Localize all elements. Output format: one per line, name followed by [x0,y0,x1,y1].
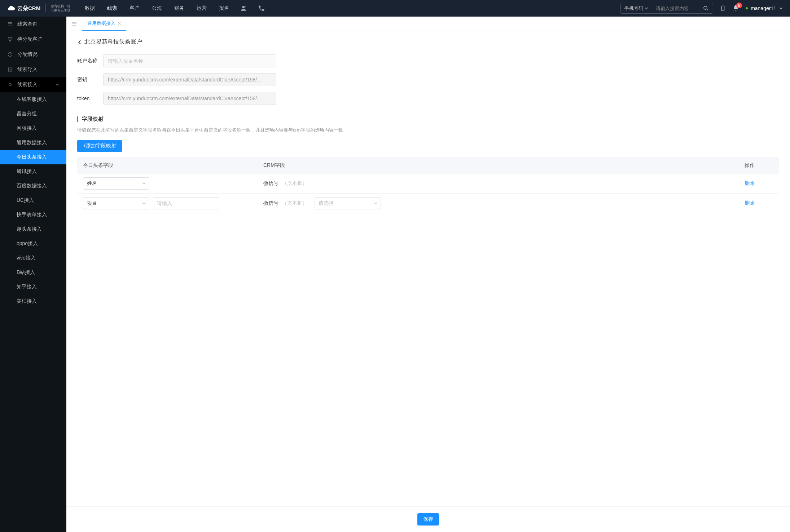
menu-icon [7,36,13,42]
menu-icon [7,21,13,27]
sidebar-subitem[interactable]: vivo接入 [0,251,66,265]
menu-icon [7,52,13,57]
top-header: 云朵CRM 教育机构一站 式服务云平台 数据线索客户公海财务运营报名 手机号码 [0,0,790,17]
tabs-bar: 通用数据接入 ✕ [66,17,790,31]
nav-item[interactable]: 运营 [197,5,207,12]
sidebar-subitem[interactable]: 美柚接入 [0,294,66,309]
tab-close-button[interactable]: ✕ [118,21,121,26]
sidebar-item-2[interactable]: 分配情况 [0,47,66,62]
nav-item[interactable]: 公海 [152,5,162,12]
nav-item[interactable]: 财务 [174,5,184,12]
chevron-down-icon [779,6,783,10]
mobile-icon[interactable] [720,5,726,12]
chevron-down-icon [373,201,378,205]
sidebar-subitem[interactable]: UC接入 [0,193,66,208]
nav-item[interactable]: 线索 [107,5,117,12]
svg-rect-4 [8,22,12,26]
logo[interactable]: 云朵CRM 教育机构一站 式服务云平台 [7,4,70,12]
delete-row-link[interactable]: 删除 [745,200,755,206]
search-box: 手机号码 [620,3,713,14]
sidebar-subitem[interactable]: 在线客服接入 [0,92,66,107]
logo-subtitle: 教育机构一站 式服务云平台 [51,4,70,12]
username: manager11 [751,5,776,11]
sidebar-subitem[interactable]: 百度数据接入 [0,179,66,193]
section-hint: 请确保您在此填写的头条自定义字段名称与在今日头条平台中自定义的字段名称一致，并且… [77,127,779,133]
chevron-left-icon [77,40,82,45]
user-add-icon[interactable] [240,5,247,12]
token-label: token [77,96,103,101]
menu-icon [7,67,13,72]
save-button[interactable]: 保存 [417,513,439,526]
delete-row-link[interactable]: 删除 [745,180,755,186]
account-name-label: 账户名称 [77,58,103,64]
sidebar-subitem[interactable]: 留言分组 [0,107,66,121]
sidebar-item-4[interactable]: 线索接入 [0,77,66,92]
logo-text: 云朵CRM [17,5,40,12]
svg-point-1 [704,6,707,9]
svg-point-3 [723,10,723,10]
sidebar-subitem[interactable]: 腾讯接入 [0,164,66,179]
menu-icon [72,21,77,26]
sidebar-subitem[interactable]: 快手表单接入 [0,208,66,222]
breadcrumb-back[interactable]: 北京昱新科技头条账户 [77,38,779,46]
sidebar-item-3[interactable]: 线索导入 [0,62,66,77]
search-type-select[interactable]: 手机号码 [621,3,652,13]
sidebar-subitem[interactable]: 趣头条接入 [0,222,66,236]
nav-item[interactable]: 客户 [130,5,140,12]
crm-field-select[interactable]: 请选择 [315,197,381,209]
logo-divider [45,4,46,12]
sidebar: 线索查询待分配客户分配情况线索导入线索接入在线客服接入留言分组网校接入通用数据接… [0,17,66,532]
table-row: 项目微信号（文本框）请选择删除 [77,194,779,213]
menu-icon [7,82,13,88]
crm-field-label: 微信号 [263,180,278,187]
sidebar-subitem[interactable]: B站接入 [0,265,66,280]
chevron-up-icon [56,83,59,87]
top-nav: 数据线索客户公海财务运营报名 [85,5,229,12]
search-input[interactable] [652,6,699,11]
chevron-down-icon [142,201,146,205]
account-name-input[interactable] [103,54,276,67]
table-row: 姓名微信号（文本框）删除 [77,174,779,194]
toutiao-field-select[interactable]: 姓名 [83,177,149,190]
sidebar-item-1[interactable]: 待分配客户 [0,32,66,47]
chevron-down-icon [645,6,648,10]
sidebar-item-0[interactable]: 线索查询 [0,17,66,32]
search-icon [703,5,709,12]
sidebar-subitem[interactable]: oppo接入 [0,236,66,251]
footer: 保存 [66,506,790,532]
search-button[interactable] [699,3,713,13]
user-menu[interactable]: manager11 [746,5,783,11]
nav-item[interactable]: 报名 [219,5,229,12]
th-action: 操作 [745,162,773,169]
collapse-sidebar-button[interactable] [69,19,79,29]
phone-icon[interactable] [258,5,265,12]
th-toutiao: 今日头条字段 [83,162,263,169]
token-input[interactable] [103,92,276,105]
field-mapping-table: 今日头条字段 CRM字段 操作 姓名微信号（文本框）删除项目微信号（文本框）请选… [77,157,779,213]
table-header: 今日头条字段 CRM字段 操作 [77,157,779,174]
sidebar-subitem[interactable]: 网校接入 [0,121,66,136]
header-right: 手机号码 5 manager11 [620,3,783,14]
crm-field-label: 微信号 [263,200,278,207]
toutiao-extra-input[interactable] [153,197,219,209]
tab-active[interactable]: 通用数据接入 ✕ [82,17,126,31]
crm-field-hint: （文本框） [282,200,307,207]
sidebar-subitem[interactable]: 知乎接入 [0,280,66,294]
chevron-down-icon [142,181,146,186]
notification-bell[interactable]: 5 [733,5,739,12]
status-dot [746,7,748,9]
toutiao-field-select[interactable]: 项目 [83,197,149,209]
svg-rect-6 [8,68,12,71]
sidebar-subitem[interactable]: 通用数据接入 [0,136,66,150]
nav-item[interactable]: 数据 [85,5,95,12]
crm-field-hint: （文本框） [282,180,307,187]
secret-label: 密钥 [77,76,103,83]
section-title: 字段映射 [77,116,779,123]
main-content: 通用数据接入 ✕ 北京昱新科技头条账户 账户名称 密钥 t [66,17,790,532]
secret-input[interactable] [103,73,276,86]
notification-badge: 5 [736,3,742,8]
sidebar-subitem[interactable]: 今日头条接入 [0,150,66,164]
cloud-icon [7,4,15,12]
th-crm: CRM字段 [263,162,745,169]
add-field-mapping-button[interactable]: +添加字段映射 [77,140,122,152]
